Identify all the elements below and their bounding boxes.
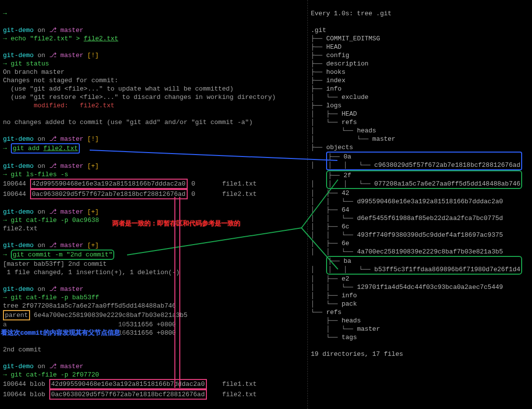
left-pane[interactable]: → git-demo on ⎇ master → echo "file2.txt… — [0, 0, 308, 409]
terminal-screen: → git-demo on ⎇ master → echo "file2.txt… — [0, 0, 532, 409]
cmd-git-add-box: git add file2.txt — [11, 143, 80, 154]
tree-hash-box: 42d995590468e16e3a192a81518166b7dddac2a0 — [49, 379, 207, 389]
tree-root: .git — [311, 27, 326, 34]
right-pane[interactable]: Every 1.0s: tree .git .git ├── COMMIT_ED… — [308, 0, 532, 409]
annotation-red: 两者是一致的：即暂存区和代码参考是一致的 — [112, 220, 240, 228]
cmd-git-status: git status — [11, 60, 49, 67]
object-ba-box: ├── ba │ │ └── b53ff5c3f1ffdaa869896b6f7… — [326, 256, 522, 275]
ls-hash-box: 42d995590468e16e3a192a81518166b7dddac2a0 — [30, 179, 188, 189]
object-2f-box: ├── 2f │ │ └── 077208a1a5c7a6e27aa0ff5d5… — [326, 170, 522, 189]
watch-header: Every 1.0s: tree .git — [311, 10, 392, 17]
cmd-cat-file-2f0: git cat-file -p 2f07720 — [11, 371, 99, 378]
cmd-ls-files: git ls-files -s — [11, 171, 68, 178]
tree-summary: 19 directories, 17 files — [311, 350, 403, 358]
ls-hash-box: 0ac9638029d5f57f672ab7e1818bcf28812676ad — [30, 189, 188, 199]
tree-hash-box: 0ac9638029d5f57f672ab7e1818bcf28812676ad — [49, 389, 207, 400]
cmd-commit-box: git commit -m "2nd commit" — [11, 250, 115, 260]
cmd-cat-file-bab: git cat-file -p bab53ff — [11, 294, 99, 301]
cmd-cat-file-0ac: git cat-file -p 0ac9638 — [11, 217, 99, 224]
status-branch: On branch master — [3, 68, 65, 76]
object-0a-box: ├── 0a │ │ └── c9638029d5f57f672ab7e1818… — [326, 152, 522, 170]
parent-label-box: parent — [3, 310, 30, 320]
annotation-blue: 看这次commit的内容发现其有父节点信息 — [1, 329, 120, 337]
commit-output: [master bab53ff] 2nd commit — [3, 260, 107, 268]
cmd-echo: echo "file2.txt" > — [11, 35, 80, 42]
prompt-dir: git-demo — [3, 27, 33, 34]
